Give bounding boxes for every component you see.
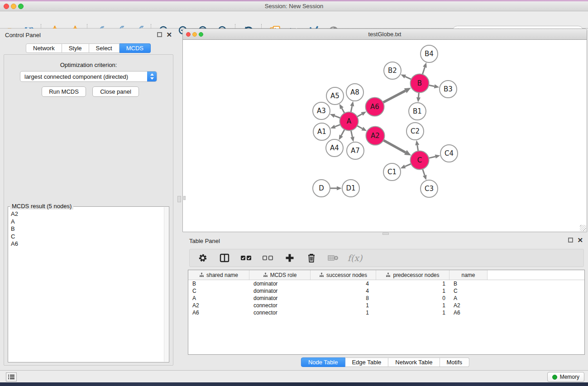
table-cell: 1: [311, 310, 376, 316]
table-cell: A6: [449, 310, 488, 316]
resize-grip-icon[interactable]: [580, 225, 586, 231]
column-type-icon: [199, 272, 204, 277]
run-mcds-button[interactable]: Run MCDS: [42, 86, 86, 97]
optimization-criterion-label: Optimization criterion:: [4, 62, 173, 68]
node-label-A5: A5: [330, 92, 339, 100]
table-cell: 4: [311, 281, 376, 287]
node-label-C4: C4: [445, 149, 454, 157]
float-table-panel-icon[interactable]: [568, 238, 573, 243]
column-header-successor-nodes[interactable]: successor nodes: [311, 270, 376, 280]
table-cell: C: [188, 288, 249, 294]
table-cell: dominator: [249, 288, 311, 294]
node-label-D1: D1: [346, 184, 355, 192]
mcds-result-title: MCDS result (5 nodes): [10, 203, 73, 210]
table-cell: B: [188, 281, 249, 287]
node-label-B: B: [417, 79, 422, 87]
optimization-criterion-dropdown[interactable]: largest connected component (directed): [20, 71, 157, 82]
column-type-icon: [319, 272, 324, 277]
table-cell: 1: [376, 302, 449, 309]
vertical-splitter-handle[interactable]: [177, 196, 181, 202]
arrowhead-icon: [330, 125, 336, 129]
tab-node-table[interactable]: Node Table: [301, 357, 345, 367]
arrowhead-icon: [350, 101, 354, 107]
tab-select[interactable]: Select: [89, 43, 120, 53]
column-header-label: successor nodes: [326, 272, 367, 278]
edge-A6-B[interactable]: [382, 91, 405, 103]
status-bar: Memory: [0, 370, 588, 382]
node-label-B2: B2: [388, 67, 397, 75]
list-item[interactable]: A2: [10, 210, 163, 218]
tab-mcds[interactable]: MCDS: [120, 43, 151, 53]
table-row[interactable]: Bdominator41B: [188, 280, 584, 287]
column-header-shared-name[interactable]: shared name: [188, 270, 249, 280]
horizontal-splitter-handle[interactable]: [382, 233, 389, 235]
select-all-checkboxes-icon[interactable]: [240, 252, 252, 264]
tab-network[interactable]: Network: [26, 43, 62, 53]
column-header-name[interactable]: name: [449, 270, 488, 280]
canvas-edge-mark: [183, 196, 186, 200]
column-header-MCDS-role[interactable]: MCDS role: [249, 270, 311, 280]
close-panel-button[interactable]: Close panel: [92, 86, 139, 97]
list-item[interactable]: C: [10, 233, 163, 241]
node-label-A1: A1: [317, 128, 326, 136]
main-titlebar[interactable]: Session: New Session: [0, 1, 588, 11]
node-label-B3: B3: [444, 85, 453, 93]
memory-button[interactable]: Memory: [547, 372, 584, 382]
result-scrollbar[interactable]: [164, 207, 168, 362]
node-table[interactable]: shared nameMCDS rolesuccessor nodesprede…: [188, 270, 585, 355]
close-panel-icon[interactable]: ✕: [166, 32, 172, 38]
list-item[interactable]: B: [10, 225, 163, 233]
node-label-B1: B1: [413, 107, 422, 115]
mcds-tab-content: Optimization criterion: largest connecte…: [4, 54, 173, 366]
table-cell: 8: [311, 295, 376, 301]
tab-motifs[interactable]: Motifs: [440, 357, 469, 367]
table-row[interactable]: A2connector11A2: [188, 302, 584, 309]
function-builder-icon[interactable]: f(x): [349, 252, 361, 264]
task-history-icon[interactable]: [6, 372, 17, 381]
main-toolbar: [0, 11, 588, 29]
arrowhead-icon: [434, 84, 440, 88]
network-canvas[interactable]: B4B2BB3A8A5A6A3B1AC2A1A2A4A7C4CC1C3DD1: [183, 40, 587, 232]
table-cell: A2: [188, 302, 249, 309]
column-header-label: MCDS role: [270, 272, 297, 278]
table-cell: A6: [188, 310, 249, 316]
network-window-titlebar[interactable]: testGlobe.txt: [183, 29, 587, 40]
list-item[interactable]: A6: [10, 240, 163, 248]
table-row[interactable]: A6connector11A6: [188, 309, 584, 316]
network-graph[interactable]: B4B2BB3A8A5A6A3B1AC2A1A2A4A7C4CC1C3DD1: [183, 40, 587, 232]
table-cell: connector: [249, 302, 311, 309]
node-label-C2: C2: [411, 127, 420, 135]
node-label-C: C: [417, 156, 422, 164]
add-icon[interactable]: [284, 252, 296, 264]
delete-table-icon[interactable]: [327, 252, 339, 264]
column-header-predecessor-nodes[interactable]: predecessor nodes: [376, 270, 449, 280]
arrowhead-icon: [423, 62, 427, 68]
list-item[interactable]: A: [10, 218, 163, 226]
network-window-title: testGlobe.txt: [183, 31, 587, 38]
table-cell: 1: [376, 288, 449, 294]
float-panel-icon[interactable]: [157, 32, 162, 37]
mcds-result-box: MCDS result (5 nodes) A2ABCA6: [8, 206, 169, 362]
tab-network-table[interactable]: Network Table: [388, 357, 440, 367]
clear-checkboxes-icon[interactable]: [262, 252, 274, 264]
gear-icon[interactable]: [197, 252, 209, 264]
close-table-panel-icon[interactable]: ✕: [577, 238, 583, 243]
table-row[interactable]: Cdominator41C: [188, 287, 584, 295]
edge-A2-C[interactable]: [382, 140, 406, 152]
delete-icon[interactable]: [306, 252, 317, 264]
table-row[interactable]: Adominator80A: [188, 295, 584, 302]
dropdown-value: largest connected component (directed): [20, 73, 147, 80]
arrowhead-icon: [400, 165, 406, 168]
arrowhead-icon: [435, 155, 440, 159]
column-type-icon: [386, 272, 391, 277]
node-label-A6: A6: [370, 103, 379, 111]
mcds-result-list[interactable]: A2ABCA6: [10, 210, 163, 361]
desktop-strip-bottom: [0, 382, 588, 386]
node-label-A4: A4: [330, 144, 339, 152]
tab-style[interactable]: Style: [62, 43, 89, 53]
column-header-label: name: [461, 272, 475, 278]
table-cell: 1: [376, 310, 449, 316]
node-label-A2: A2: [371, 132, 380, 140]
column-view-icon[interactable]: [219, 252, 230, 264]
tab-edge-table[interactable]: Edge Table: [345, 357, 388, 367]
